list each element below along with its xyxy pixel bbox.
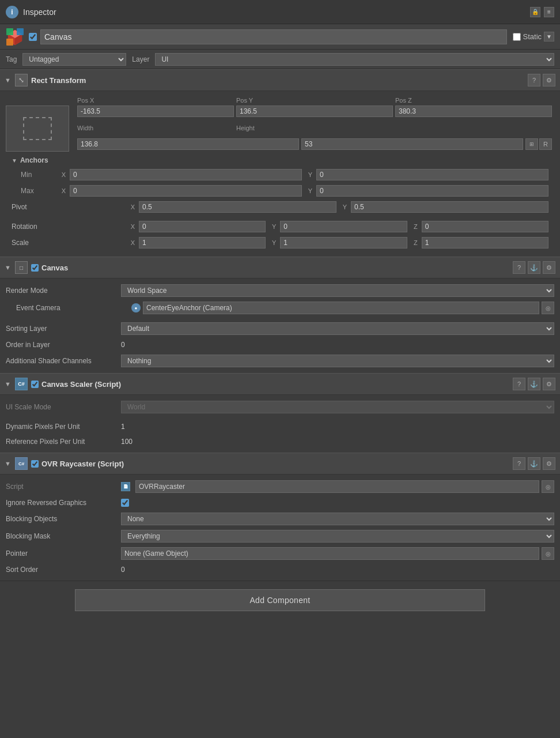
anchors-min-y-input[interactable] [316,169,548,180]
height-input[interactable] [301,138,523,150]
canvas-enable-checkbox[interactable] [31,264,39,272]
ovr-anchor-button[interactable]: ⚓ [528,457,540,470]
ovr-settings-button[interactable]: ⚙ [543,457,555,470]
canvas-scaler-section-header[interactable]: ▼ C# Canvas Scaler (Script) ? ⚓ ⚙ [0,373,560,395]
menu-icon[interactable]: ≡ [544,7,554,17]
pos-y-input[interactable] [236,106,393,117]
pivot-y-input[interactable] [351,201,548,213]
shader-channels-select[interactable]: Nothing [121,355,554,367]
order-in-layer-label: Order in Layer [6,341,121,349]
anchors-min-row: Min X Y [6,167,554,183]
event-camera-picker-button[interactable]: ◎ [542,302,554,314]
rotation-z-input[interactable] [422,221,548,232]
min-x-label: X [58,171,66,178]
script-input[interactable] [135,480,539,493]
rect-anchor-visual [6,106,69,152]
canvas-buttons: ? ⚓ ⚙ [513,261,555,274]
object-active-checkbox[interactable] [29,33,37,41]
anchors-min-label: Min [12,171,58,179]
scale-z-label: Z [410,239,418,246]
event-camera-label: Event Camera [16,304,131,312]
pos-fields: Width Height ⊞ R [75,106,554,152]
canvas-section-header[interactable]: ▼ □ Canvas ? ⚓ ⚙ [0,257,560,278]
tag-select[interactable]: Untagged [22,53,126,66]
grid-button[interactable]: ⊞ [525,138,538,150]
sorting-layer-select[interactable]: Default [121,322,554,335]
anchors-min-x-input[interactable] [70,169,302,180]
inspector-panel: i Inspector 🔒 ≡ Static ▼ [0,0,560,619]
svg-rect-5 [6,28,13,35]
blocking-objects-select[interactable]: None [121,513,554,525]
sorting-layer-row: Sorting Layer Default [0,320,560,337]
canvas-anchor-button[interactable]: ⚓ [528,261,540,274]
canvas-body: Render Mode World Space Event Camera ● ◎… [0,278,560,373]
tag-layer-row: Tag Untagged Layer UI [0,50,560,69]
collapse-arrow-canvas: ▼ [5,264,12,271]
rect-transform-section-header[interactable]: ▼ ⤡ Rect Transform ? ⚙ [0,69,560,91]
canvas-settings-button[interactable]: ⚙ [543,261,555,274]
add-component-button[interactable]: Add Component [75,589,485,611]
pos-z-input[interactable] [395,106,552,117]
pointer-picker-button[interactable]: ◎ [542,547,554,560]
canvas-scaler-enable-checkbox[interactable] [31,381,39,388]
pointer-value-row: ◎ [121,547,554,560]
layer-select[interactable]: UI [155,53,554,66]
pivot-x-input[interactable] [139,201,336,213]
sort-order-label: Sort Order [6,566,121,574]
event-camera-input[interactable] [143,302,539,314]
pivot-fields: X Y [127,201,548,213]
anchors-max-y-input[interactable] [316,185,548,197]
canvas-scaler-icon: C# [15,378,28,390]
ovr-help-button[interactable]: ? [513,457,525,470]
rotation-y-input[interactable] [280,221,407,232]
blocking-mask-select[interactable]: Everything [121,530,554,543]
pivot-x-label: X [127,204,135,210]
rotation-label: Rotation [12,223,127,231]
rect-transform-title: Rect Transform [31,76,528,85]
rect-transform-settings-button[interactable]: ⚙ [543,74,555,86]
ignore-reversed-checkbox[interactable] [121,499,129,507]
canvas-scaler-settings-button[interactable]: ⚙ [543,378,555,390]
pos-x-input[interactable] [77,106,234,117]
scale-z-input[interactable] [422,237,548,248]
rect-transform-help-button[interactable]: ? [528,74,540,86]
r-button[interactable]: R [539,138,552,150]
static-section: Static ▼ [513,32,554,42]
ovr-raycaster-section-header[interactable]: ▼ C# OVR Raycaster (Script) ? ⚓ ⚙ [0,453,560,475]
scale-fields: X Y Z [127,237,548,248]
scale-y-input[interactable] [280,237,407,248]
scale-y-label: Y [268,239,276,246]
rot-y-label: Y [268,223,276,230]
ui-scale-mode-select[interactable]: World [121,401,554,413]
rotation-fields: X Y Z [127,221,548,232]
pointer-input[interactable] [121,547,539,560]
blocking-mask-row: Blocking Mask Everything [0,528,560,545]
anchors-header[interactable]: ▼ Anchors [6,154,554,167]
rotation-row: Rotation X Y Z [6,219,554,235]
ovr-raycaster-enable-checkbox[interactable] [31,460,39,468]
blocking-mask-label: Blocking Mask [6,532,121,540]
lock-icon[interactable]: 🔒 [530,7,540,17]
script-value-row: 📄 ◎ [121,480,554,493]
canvas-scaler-help-button[interactable]: ? [513,378,525,390]
script-picker-button[interactable]: ◎ [542,480,554,493]
info-icon: i [6,6,18,18]
static-dropdown-button[interactable]: ▼ [544,32,554,42]
width-input[interactable] [77,138,299,150]
pivot-row: Pivot X Y [6,199,554,215]
canvas-help-button[interactable]: ? [513,261,525,274]
inspector-header: i Inspector 🔒 ≡ [0,0,560,24]
ovr-raycaster-title: OVR Raycaster (Script) [41,460,513,468]
anchors-max-x-input[interactable] [70,185,302,197]
scale-label: Scale [12,239,127,247]
object-name-input[interactable] [40,29,507,44]
canvas-scaler-anchor-button[interactable]: ⚓ [528,378,540,390]
static-checkbox[interactable] [513,33,521,41]
sorting-layer-label: Sorting Layer [6,325,121,333]
ignore-reversed-label: Ignore Reversed Graphics [6,499,121,507]
script-row: Script 📄 ◎ [0,478,560,495]
collapse-arrow-rect: ▼ [5,77,12,84]
scale-x-input[interactable] [139,237,266,248]
render-mode-select[interactable]: World Space [121,284,554,297]
rotation-x-input[interactable] [139,221,266,232]
